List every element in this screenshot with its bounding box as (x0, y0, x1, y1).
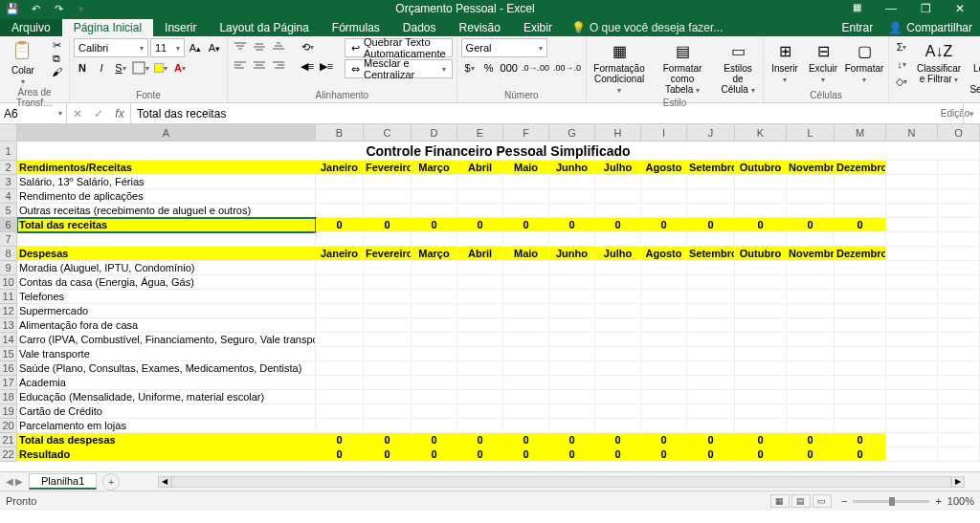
zoom-level[interactable]: 100% (947, 495, 974, 507)
cell[interactable]: Rendimentos/Receitas (17, 161, 316, 175)
row-header[interactable]: 6 (0, 218, 17, 232)
cell[interactable] (735, 347, 787, 361)
cell[interactable] (316, 390, 364, 404)
cell[interactable] (457, 390, 503, 404)
cell[interactable] (835, 404, 886, 419)
cell[interactable] (687, 204, 735, 218)
cell[interactable] (687, 347, 735, 361)
row-header[interactable]: 16 (0, 361, 17, 376)
align-middle-button[interactable] (251, 38, 268, 55)
cell[interactable] (316, 304, 364, 318)
conditional-formatting-button[interactable]: ▦ Formatação Condicional ▾ (590, 38, 648, 98)
row-header[interactable]: 15 (0, 347, 17, 361)
cell[interactable] (787, 361, 835, 376)
sheet-nav-next[interactable]: ▶ (15, 476, 23, 487)
cell[interactable] (938, 361, 980, 376)
cell[interactable] (735, 376, 787, 390)
cell[interactable] (886, 175, 938, 189)
cell[interactable] (364, 390, 412, 404)
cell[interactable] (364, 361, 412, 376)
accounting-format-button[interactable]: $▾ (461, 59, 479, 76)
cell[interactable] (886, 247, 938, 261)
cell[interactable]: Vale transporte (17, 347, 316, 361)
cell[interactable] (503, 404, 549, 419)
cell[interactable] (595, 361, 641, 376)
cell[interactable] (886, 333, 938, 347)
cell[interactable] (787, 404, 835, 419)
cell[interactable] (886, 304, 938, 318)
cell[interactable] (886, 261, 938, 275)
font-size-selector[interactable]: 11▾ (150, 38, 185, 57)
name-box[interactable]: A6▾ (0, 103, 67, 123)
cell[interactable] (787, 347, 835, 361)
cell[interactable]: Supermercado (17, 304, 316, 318)
sheet-nav-prev[interactable]: ◀ (6, 476, 13, 487)
formula-input[interactable]: Total das receitas (131, 103, 963, 123)
number-format-selector[interactable]: Geral▾ (461, 38, 547, 57)
cell-styles-button[interactable]: ▭ Estilos de Célula ▾ (717, 38, 759, 98)
cell[interactable] (787, 175, 835, 189)
cell[interactable] (835, 347, 886, 361)
cell[interactable]: Setembro (687, 161, 735, 175)
cell[interactable] (641, 347, 687, 361)
cell[interactable] (316, 419, 364, 433)
percent-format-button[interactable]: % (480, 59, 498, 76)
cell[interactable]: Junho (549, 161, 595, 175)
row-header[interactable]: 21 (0, 433, 17, 447)
cell[interactable]: Parcelamento em lojas (17, 419, 316, 433)
column-header[interactable]: H (595, 124, 641, 142)
undo-button[interactable]: ↶ (27, 3, 44, 15)
cell[interactable]: 0 (364, 433, 412, 447)
cell[interactable] (316, 261, 364, 275)
tell-me-search[interactable]: 💡 O que você deseja fazer... (564, 19, 730, 36)
cell[interactable]: 0 (316, 218, 364, 232)
cell[interactable] (316, 175, 364, 189)
cell[interactable]: 0 (549, 447, 595, 462)
cell[interactable]: Novembro (787, 161, 835, 175)
insert-cells-button[interactable]: ⊞ Inserir▾ (768, 38, 802, 87)
cell[interactable] (364, 290, 412, 304)
cell[interactable] (595, 419, 641, 433)
cell[interactable] (687, 232, 735, 247)
tab-home[interactable]: Página Inicial (62, 19, 153, 36)
cell[interactable] (735, 318, 787, 333)
cell[interactable]: Janeiro (316, 161, 364, 175)
cell[interactable] (835, 361, 886, 376)
cell[interactable] (835, 419, 886, 433)
row-header[interactable]: 10 (0, 275, 17, 290)
cell[interactable] (787, 189, 835, 204)
comma-format-button[interactable]: 000 (500, 59, 519, 76)
cell[interactable] (735, 390, 787, 404)
cell[interactable] (938, 175, 980, 189)
row-header[interactable]: 14 (0, 333, 17, 347)
cell[interactable] (595, 275, 641, 290)
row-header[interactable]: 8 (0, 247, 17, 261)
cell[interactable] (412, 290, 457, 304)
cell[interactable] (412, 419, 457, 433)
cell[interactable]: Março (412, 161, 457, 175)
cell[interactable] (549, 175, 595, 189)
cell[interactable] (835, 232, 886, 247)
column-header[interactable]: A (17, 124, 316, 142)
cell[interactable] (503, 275, 549, 290)
row-header[interactable]: 22 (0, 447, 17, 462)
cell[interactable] (503, 361, 549, 376)
find-select-button[interactable]: 🔍 Localizar e Selecionar ▾ (968, 38, 980, 108)
row-header[interactable]: 1 (0, 142, 17, 161)
cell[interactable]: 0 (787, 433, 835, 447)
cell[interactable] (595, 318, 641, 333)
cell[interactable] (735, 275, 787, 290)
row-header[interactable]: 2 (0, 161, 17, 175)
cell[interactable]: Outubro (735, 247, 787, 261)
cell[interactable] (886, 275, 938, 290)
column-header[interactable]: N (886, 124, 938, 142)
cell[interactable]: Cartão de Crédito (17, 404, 316, 419)
cell[interactable] (886, 419, 938, 433)
merge-center-button[interactable]: ⇔ Mesclar e Centralizar ▾ (345, 59, 453, 78)
cell[interactable] (457, 318, 503, 333)
cell[interactable] (641, 304, 687, 318)
cell[interactable] (687, 376, 735, 390)
format-painter-button[interactable]: 🖌 (48, 65, 65, 78)
cell[interactable] (412, 275, 457, 290)
cell[interactable] (787, 261, 835, 275)
